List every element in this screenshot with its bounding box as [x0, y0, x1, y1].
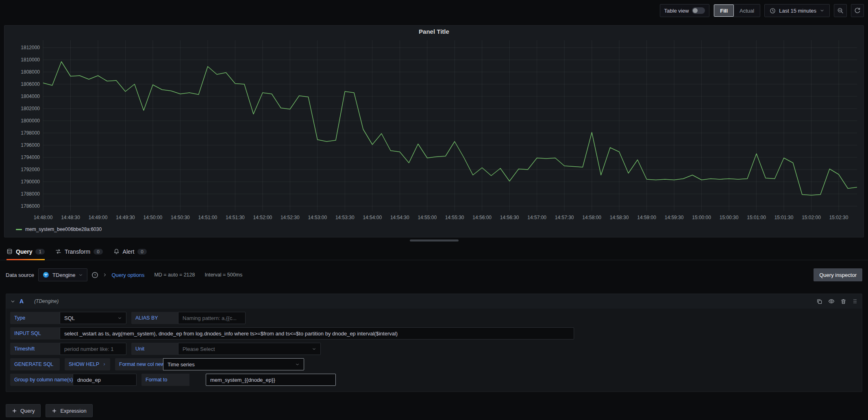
shuffle-icon [55, 248, 61, 255]
drag-handle-icon[interactable] [852, 298, 858, 304]
svg-text:14:58:30: 14:58:30 [610, 215, 629, 220]
table-view-group: Table view [660, 4, 710, 17]
svg-text:14:49:30: 14:49:30 [116, 215, 135, 220]
tdengine-logo-icon [43, 272, 49, 278]
delete-query-trash-icon[interactable] [840, 298, 846, 305]
tab-query[interactable]: Query 1 [7, 243, 45, 260]
help-circle-icon[interactable]: ? [91, 272, 98, 279]
svg-text:1806000: 1806000 [21, 81, 40, 87]
timeshift-input[interactable] [60, 343, 126, 355]
svg-text:14:51:00: 14:51:00 [198, 215, 218, 220]
refresh-icon [854, 7, 861, 14]
time-range-picker[interactable]: Last 15 minutes [764, 4, 830, 17]
table-view-toggle[interactable] [692, 7, 705, 14]
svg-text:1808000: 1808000 [21, 69, 40, 75]
format-select[interactable]: Time series [163, 358, 304, 370]
fill-actual-segmented: Fill Actual [714, 4, 760, 17]
query-inspector-button[interactable]: Query inspector [814, 268, 862, 281]
table-view-label: Table view [664, 8, 689, 14]
zoom-out-button[interactable] [834, 4, 847, 17]
generate-sql-button[interactable]: GENERATE SQL [10, 358, 60, 370]
add-query-button[interactable]: Query [6, 404, 41, 417]
query-options-row: Data source TDengine ? Query options MD … [6, 267, 862, 283]
editor-toolbar: Table view Fill Actual Last 15 minutes [0, 0, 868, 21]
timeseries-chart[interactable]: 1812000181000018080001806000180400018020… [7, 37, 862, 226]
query-options-link[interactable]: Query options [111, 272, 144, 278]
editor-tabs: Query 1 Transform 0 Alert 0 [0, 243, 868, 260]
group-by-input[interactable] [73, 374, 137, 386]
query-row-actions [816, 298, 858, 305]
format-to-label: Format to [141, 374, 189, 386]
tab-alert[interactable]: Alert 0 [113, 243, 147, 260]
format-select-value: Time series [168, 361, 195, 368]
database-icon [7, 248, 13, 255]
fill-button[interactable]: Fill [714, 4, 734, 17]
svg-text:14:53:00: 14:53:00 [308, 215, 327, 220]
svg-text:1798000: 1798000 [21, 130, 40, 136]
actual-button[interactable]: Actual [734, 4, 760, 17]
svg-text:14:57:30: 14:57:30 [555, 215, 574, 220]
tab-transform-count: 0 [94, 249, 102, 255]
svg-text:14:51:30: 14:51:30 [226, 215, 245, 220]
tab-query-label: Query [16, 248, 32, 255]
tab-query-count: 1 [35, 249, 44, 255]
query-editor-form: Type SQL ALIAS BY INPUT SQL Timeshift [6, 309, 862, 392]
format-to-input[interactable] [206, 374, 336, 386]
svg-text:15:02:30: 15:02:30 [829, 215, 848, 220]
panel-resize-handle[interactable] [410, 239, 459, 242]
svg-text:1786000: 1786000 [21, 203, 40, 209]
tab-alert-label: Alert [123, 248, 135, 255]
panel-title: Panel Title [4, 26, 864, 37]
type-select-value: SQL [64, 315, 75, 321]
form-row-group-by: Group by column name(s) Format to [10, 374, 858, 386]
chart-legend[interactable]: mem_system_bee006bbe28a:6030 [4, 226, 864, 232]
panel: Panel Title 1812000181000018080001806000… [4, 25, 864, 237]
form-row-type: Type SQL ALIAS BY [10, 312, 858, 324]
svg-text:14:49:00: 14:49:00 [89, 215, 108, 220]
query-row-card: A (TDengine) Type SQL [6, 294, 862, 392]
svg-text:1794000: 1794000 [21, 155, 40, 160]
tab-transform-label: Transform [65, 248, 90, 255]
add-query-label: Query [20, 408, 35, 414]
refresh-button[interactable] [851, 4, 864, 17]
time-range-label: Last 15 minutes [779, 8, 816, 14]
svg-text:14:50:30: 14:50:30 [171, 215, 190, 220]
format-new-col-label: Format new col new [115, 358, 163, 370]
add-expression-label: Expression [60, 408, 86, 414]
svg-text:14:59:00: 14:59:00 [637, 215, 656, 220]
type-label: Type [10, 312, 60, 324]
datasource-value: TDengine [52, 272, 75, 278]
svg-text:15:01:00: 15:01:00 [747, 215, 766, 220]
svg-text:15:00:00: 15:00:00 [692, 215, 711, 220]
query-row-header[interactable]: A (TDengine) [6, 294, 862, 309]
datasource-label: Data source [6, 272, 34, 278]
type-select[interactable]: SQL [60, 312, 126, 324]
unit-select[interactable]: Please Select [178, 343, 321, 355]
chevron-down-icon [820, 8, 824, 13]
svg-text:15:00:30: 15:00:30 [720, 215, 739, 220]
svg-text:15:01:30: 15:01:30 [774, 215, 794, 220]
collapse-chevron-down-icon[interactable] [10, 299, 15, 304]
chevron-right-icon[interactable] [102, 272, 107, 277]
max-data-points-text: MD = auto = 2128 [154, 272, 195, 278]
input-sql-field[interactable] [60, 327, 574, 339]
datasource-picker[interactable]: TDengine [38, 268, 87, 281]
tab-transform[interactable]: Transform 0 [55, 243, 103, 260]
hide-query-eye-icon[interactable] [828, 298, 835, 305]
plus-icon [52, 408, 57, 413]
svg-text:14:52:00: 14:52:00 [253, 215, 272, 220]
add-expression-button[interactable]: Expression [46, 404, 92, 417]
timeshift-label: Timeshift [10, 343, 60, 355]
show-help-button[interactable]: SHOW HELP [65, 358, 110, 370]
chevron-down-icon [78, 273, 83, 277]
query-datasource-hint: (TDengine) [34, 298, 59, 304]
form-row-format: GENERATE SQL SHOW HELP Format new col ne… [10, 358, 858, 370]
svg-text:14:50:00: 14:50:00 [144, 215, 163, 220]
duplicate-query-icon[interactable] [816, 298, 822, 305]
group-by-label: Group by column name(s) [10, 374, 73, 386]
query-ref-id: A [20, 298, 24, 305]
unit-label: Unit [131, 343, 178, 355]
svg-text:1788000: 1788000 [21, 191, 40, 197]
alias-by-input[interactable] [178, 312, 246, 324]
legend-series-label: mem_system_bee006bbe28a:6030 [25, 226, 102, 232]
